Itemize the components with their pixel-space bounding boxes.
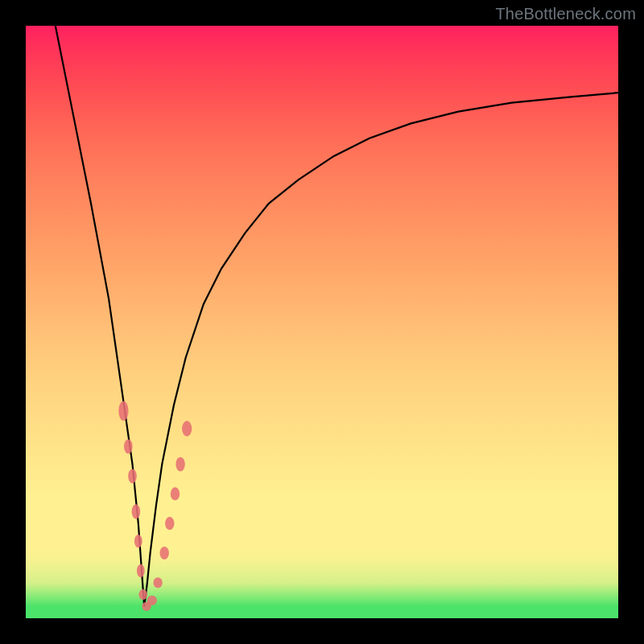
plot-area — [26, 26, 618, 618]
watermark-text: TheBottleneck.com — [495, 5, 636, 23]
data-point — [175, 457, 184, 472]
data-point — [124, 440, 133, 454]
data-point — [138, 589, 147, 600]
data-point — [165, 517, 174, 530]
data-point — [182, 421, 192, 436]
bottleneck-curve — [56, 26, 618, 606]
chart-svg — [26, 26, 618, 618]
data-point — [137, 564, 145, 577]
data-point — [160, 547, 169, 559]
data-point — [171, 487, 180, 500]
data-point — [134, 535, 142, 547]
chart-frame: TheBottleneck.com — [0, 0, 644, 644]
data-point — [147, 596, 157, 605]
data-point — [132, 504, 141, 519]
data-point — [153, 577, 162, 588]
data-point — [118, 401, 128, 420]
data-point — [128, 469, 137, 484]
